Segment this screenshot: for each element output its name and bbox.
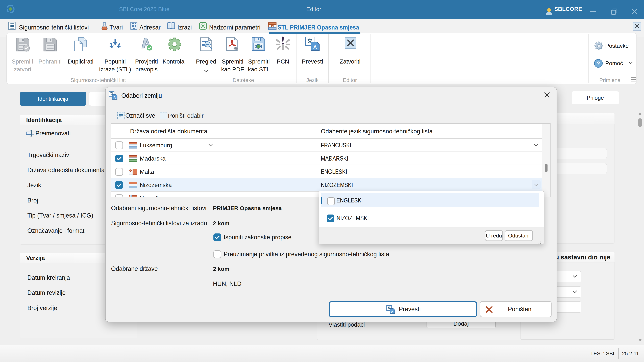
svg-text:A: A xyxy=(114,96,116,99)
svg-text:A: A xyxy=(391,310,393,313)
svg-text:A: A xyxy=(313,44,317,50)
svg-text:?: ? xyxy=(597,60,600,67)
